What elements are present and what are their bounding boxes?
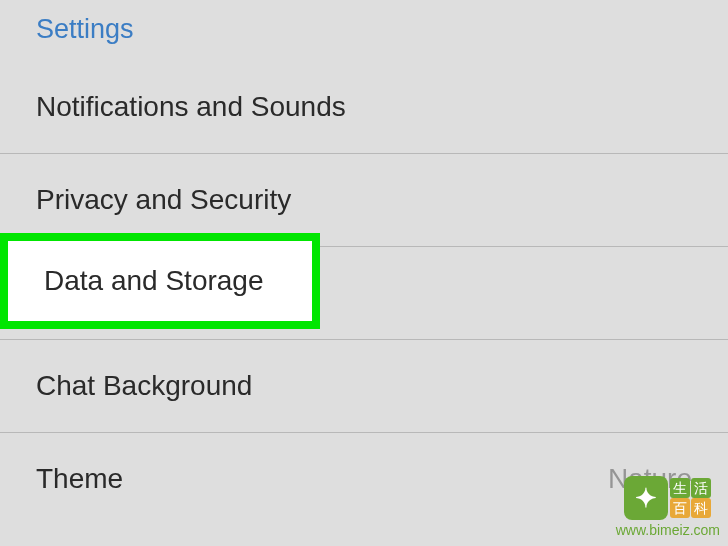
settings-section-header: Settings [0,0,728,61]
settings-item-label: Privacy and Security [36,184,291,216]
settings-item-data-storage[interactable]: Data and Storage [0,246,728,339]
watermark-char: 百 [670,498,690,518]
settings-item-chat-background[interactable]: Chat Background [0,339,728,432]
watermark-char: 科 [691,498,711,518]
settings-item-label: Theme [36,463,123,495]
watermark-char: 生 [670,478,690,498]
watermark-url: www.bimeiz.com [616,522,720,538]
watermark-logo-icon: ✦ [624,476,668,520]
settings-list: Notifications and Sounds Privacy and Sec… [0,61,728,525]
settings-item-label: Chat Background [36,370,252,402]
watermark: ✦ 生 活 百 科 www.bimeiz.com [616,476,720,538]
watermark-logo-text: 生 活 百 科 [670,478,711,518]
watermark-char: 活 [691,478,711,498]
watermark-logo: ✦ 生 活 百 科 [624,476,711,520]
settings-item-privacy-security[interactable]: Privacy and Security [0,153,728,246]
settings-item-label: Data and Storage [36,277,256,309]
settings-item-notifications-sounds[interactable]: Notifications and Sounds [0,61,728,153]
settings-item-label: Notifications and Sounds [36,91,346,123]
